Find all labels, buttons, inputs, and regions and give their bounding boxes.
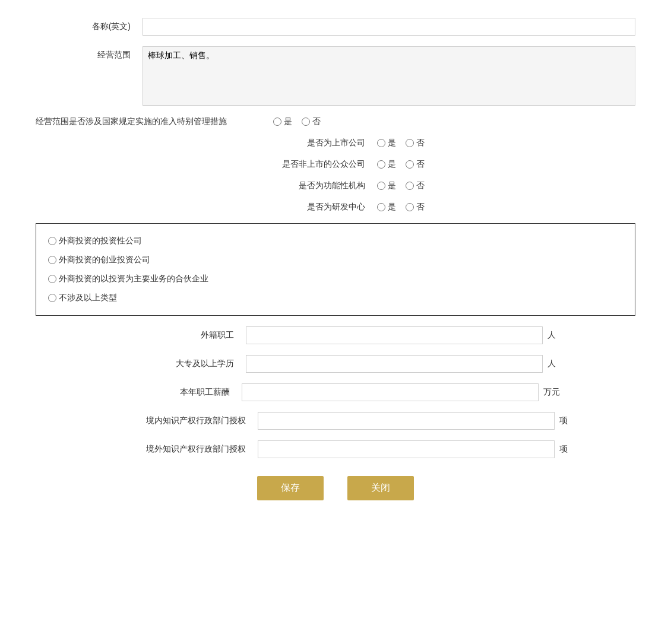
- close-button[interactable]: 关闭: [347, 476, 414, 500]
- foreign-workers-label: 外籍职工: [115, 330, 246, 341]
- save-button[interactable]: 保存: [257, 476, 324, 500]
- college-degree-input[interactable]: [246, 355, 543, 373]
- special-management-label: 经营范围是否涉及国家规定实施的准入特别管理措施: [36, 116, 273, 127]
- rd-center-label: 是否为研发中心: [246, 202, 377, 212]
- listed-company-radio-group: 是 否: [377, 138, 425, 148]
- non-listed-public-label: 是否非上市的公众公司: [246, 159, 377, 170]
- form-section: 各称(英文) 经营范围 棒球加工、销售。 经营范围是否涉及国家规定实施的准入特别…: [36, 18, 635, 500]
- foreign-ip-row: 境外知识产权行政部门授权 项: [36, 440, 635, 458]
- special-management-radio-group: 是 否: [273, 116, 321, 127]
- functional-institution-row: 是否为功能性机构 是 否: [36, 180, 635, 191]
- functional-no[interactable]: 否: [406, 180, 425, 191]
- domestic-ip-unit: 项: [559, 415, 568, 426]
- non-listed-public-row: 是否非上市的公众公司 是 否: [36, 159, 635, 170]
- functional-institution-label: 是否为功能性机构: [246, 180, 377, 191]
- non-listed-no[interactable]: 否: [406, 159, 425, 170]
- special-management-row: 经营范围是否涉及国家规定实施的准入特别管理措施 是 否: [36, 116, 635, 127]
- functional-institution-radio-group: 是 否: [377, 180, 425, 191]
- name-en-label: 各称(英文): [36, 21, 143, 32]
- special-management-no[interactable]: 否: [302, 116, 321, 127]
- non-listed-yes[interactable]: 是: [377, 159, 396, 170]
- functional-yes[interactable]: 是: [377, 180, 396, 191]
- non-listed-public-radio-group: 是 否: [377, 159, 425, 170]
- foreign-workers-row: 外籍职工 人: [36, 326, 635, 344]
- foreign-ip-label: 境外知识产权行政部门授权: [103, 444, 258, 455]
- annual-salary-unit: 万元: [543, 387, 560, 398]
- listed-yes[interactable]: 是: [377, 138, 396, 148]
- rd-yes[interactable]: 是: [377, 202, 396, 212]
- domestic-ip-input[interactable]: [258, 412, 555, 430]
- foreign-ip-unit: 项: [559, 444, 568, 455]
- rd-center-radio-group: 是 否: [377, 202, 425, 212]
- business-scope-textarea[interactable]: 棒球加工、销售。: [143, 46, 635, 106]
- rd-center-row: 是否为研发中心 是 否: [36, 202, 635, 212]
- venture-capital-option[interactable]: 外商投资的创业投资公司: [48, 255, 150, 265]
- special-management-yes[interactable]: 是: [273, 116, 292, 127]
- not-applicable-row: 不涉及以上类型: [48, 293, 623, 303]
- foreign-workers-unit: 人: [547, 330, 556, 341]
- foreign-ip-input[interactable]: [258, 440, 555, 458]
- listed-company-row: 是否为上市公司 是 否: [36, 138, 635, 148]
- button-row: 保存 关闭: [36, 476, 635, 500]
- college-degree-row: 大专及以上学历 人: [36, 355, 635, 373]
- business-scope-row: 经营范围 棒球加工、销售。: [36, 46, 635, 106]
- foreign-workers-input[interactable]: [246, 326, 543, 344]
- annual-salary-input[interactable]: [242, 383, 539, 401]
- name-en-input[interactable]: [143, 18, 635, 36]
- investment-company-row: 外商投资的投资性公司: [48, 236, 623, 246]
- investment-type-box: 外商投资的投资性公司 外商投资的创业投资公司 外商投资的以投资为主要业务的合伙企…: [36, 223, 635, 316]
- college-degree-unit: 人: [547, 359, 556, 369]
- partnership-option[interactable]: 外商投资的以投资为主要业务的合伙企业: [48, 274, 208, 284]
- investment-company-option[interactable]: 外商投资的投资性公司: [48, 236, 142, 246]
- partnership-row: 外商投资的以投资为主要业务的合伙企业: [48, 274, 623, 284]
- venture-capital-row: 外商投资的创业投资公司: [48, 255, 623, 265]
- rd-no[interactable]: 否: [406, 202, 425, 212]
- domestic-ip-row: 境内知识产权行政部门授权 项: [36, 412, 635, 430]
- domestic-ip-label: 境内知识产权行政部门授权: [103, 415, 258, 426]
- college-degree-label: 大专及以上学历: [115, 359, 246, 369]
- listed-no[interactable]: 否: [406, 138, 425, 148]
- listed-company-label: 是否为上市公司: [246, 138, 377, 148]
- annual-salary-label: 本年职工薪酬: [111, 387, 242, 398]
- annual-salary-row: 本年职工薪酬 万元: [36, 383, 635, 401]
- name-en-row: 各称(英文): [36, 18, 635, 36]
- not-applicable-option[interactable]: 不涉及以上类型: [48, 293, 117, 303]
- business-scope-label: 经营范围: [36, 46, 143, 61]
